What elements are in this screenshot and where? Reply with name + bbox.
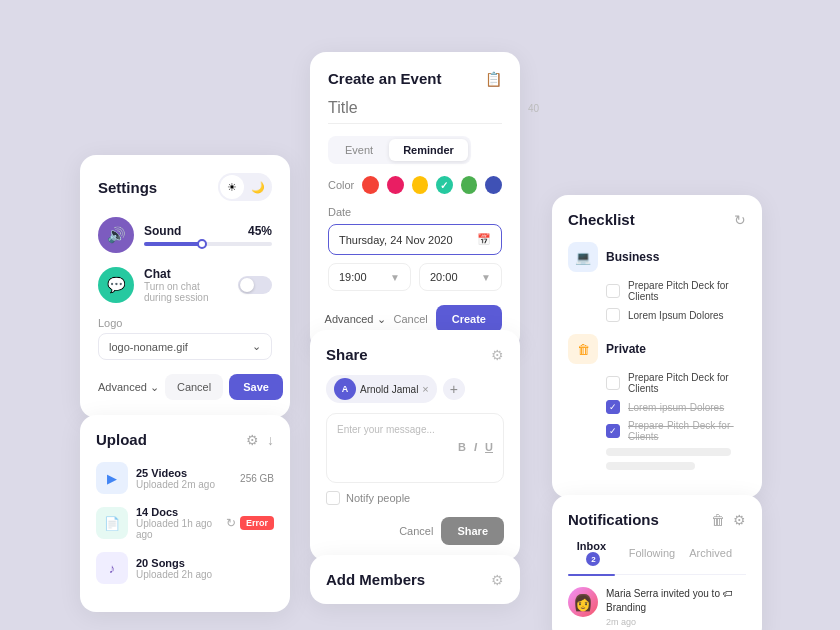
add-members-card: Add Members ⚙ xyxy=(310,555,520,604)
slider-fill xyxy=(144,242,202,246)
doc-file-icon: 📄 xyxy=(96,507,128,539)
music-file-icon: ♪ xyxy=(96,552,128,584)
notifications-title: Notifications xyxy=(568,511,659,528)
inbox-tab[interactable]: Inbox 2 xyxy=(568,540,615,574)
calendar-icon: 📋 xyxy=(485,71,502,87)
calendar-icon: 📅 xyxy=(477,233,491,246)
event-tab-group: Event Reminder xyxy=(328,136,471,164)
color-indigo[interactable] xyxy=(485,176,502,194)
share-cancel-button[interactable]: Cancel xyxy=(399,517,433,545)
settings-icon[interactable]: ⚙ xyxy=(733,512,746,528)
checkbox-2[interactable] xyxy=(606,308,620,322)
upload-header: Upload ⚙ ↓ xyxy=(96,431,274,448)
checklist-card: Checklist ↻ 💻 Business Prepare Pitch Dec… xyxy=(552,195,762,498)
add-recipient-button[interactable]: + xyxy=(443,378,465,400)
create-event-header: Create an Event 📋 xyxy=(328,70,502,87)
settings-card: Settings ☀ 🌙 🔊 Sound 45% 💬 Chat Turn xyxy=(80,155,290,418)
logo-label: Logo xyxy=(98,317,272,329)
time-start-select[interactable]: 19:00 ▼ xyxy=(328,263,411,291)
share-header: Share ⚙ xyxy=(326,346,504,363)
checklist-item: Prepare Pitch Deck for Clients xyxy=(606,372,746,394)
business-name: Business xyxy=(606,250,659,264)
dark-theme-btn[interactable]: 🌙 xyxy=(246,175,270,199)
message-toolbar: B I U xyxy=(337,441,493,453)
color-pink[interactable] xyxy=(387,176,404,194)
check-text-5: Prepare-Pitch-Deck-for-Clients xyxy=(628,420,746,442)
color-teal[interactable] xyxy=(436,176,453,194)
checkbox-1[interactable] xyxy=(606,284,620,298)
event-create-button[interactable]: Create xyxy=(436,305,502,333)
checklist-item: Lorem Ipsum Dolores xyxy=(606,308,746,322)
settings-icon: ⚙ xyxy=(491,572,504,588)
checklist-business-section: 💻 Business Prepare Pitch Deck for Client… xyxy=(568,242,746,322)
placeholder-line xyxy=(606,448,731,456)
reminder-tab[interactable]: Reminder xyxy=(389,139,468,161)
chat-label-row: Chat xyxy=(144,267,228,281)
upload-item: 📄 14 Docs Uploaded 1h ago ago ↻ Error xyxy=(96,506,274,540)
light-theme-btn[interactable]: ☀ xyxy=(220,175,244,199)
archived-tab[interactable]: Archived xyxy=(689,540,732,574)
check-text-2: Lorem Ipsum Dolores xyxy=(628,310,724,321)
refresh-icon[interactable]: ↻ xyxy=(734,212,746,228)
message-area[interactable]: Enter your message... B I U xyxy=(326,413,504,483)
video-size: 256 GB xyxy=(240,473,274,484)
color-green[interactable] xyxy=(461,176,478,194)
error-badge: Error xyxy=(240,516,274,530)
refresh-icon[interactable]: ↻ xyxy=(226,516,236,530)
slider-thumb xyxy=(197,239,207,249)
chevron-down-icon: ▼ xyxy=(390,272,400,283)
color-yellow[interactable] xyxy=(412,176,429,194)
date-input[interactable]: Thursday, 24 Nov 2020 📅 xyxy=(328,224,502,255)
download-icon[interactable]: ↓ xyxy=(267,432,274,448)
notify-checkbox[interactable] xyxy=(326,491,340,505)
event-advanced-button[interactable]: Advanced ⌄ xyxy=(325,313,386,326)
notifications-tabs: Inbox 2 Following Archived xyxy=(568,540,746,575)
time-end-select[interactable]: 20:00 ▼ xyxy=(419,263,502,291)
toggle-knob xyxy=(240,278,254,292)
color-row: Color xyxy=(328,176,502,194)
notify-label: Notify people xyxy=(346,492,410,504)
event-title-input[interactable] xyxy=(328,99,528,117)
checkbox-3[interactable] xyxy=(606,376,620,390)
settings-footer: Advanced ⌄ Cancel Save xyxy=(98,374,272,400)
sound-row: 🔊 Sound 45% xyxy=(98,217,272,253)
event-tab[interactable]: Event xyxy=(331,139,387,161)
italic-button[interactable]: I xyxy=(474,441,477,453)
color-red[interactable] xyxy=(362,176,379,194)
upload-title: Upload xyxy=(96,431,147,448)
notifications-card: Notifications 🗑 ⚙ Inbox 2 Following Arch… xyxy=(552,495,762,630)
settings-title: Settings xyxy=(98,179,157,196)
chevron-down-icon: ▼ xyxy=(481,272,491,283)
checkbox-5[interactable] xyxy=(606,424,620,438)
check-text-1: Prepare Pitch Deck for Clients xyxy=(628,280,746,302)
private-header: 🗑 Private xyxy=(568,334,746,364)
following-tab[interactable]: Following xyxy=(629,540,675,574)
checklist-item: Prepare Pitch Deck for Clients xyxy=(606,280,746,302)
remove-recipient-button[interactable]: × xyxy=(422,384,428,395)
check-text-4: Lorem-ipsum-Dolores xyxy=(628,402,724,413)
chat-icon: 💬 xyxy=(98,267,134,303)
checkbox-4[interactable] xyxy=(606,400,620,414)
filter-icon: ⚙ xyxy=(491,347,504,363)
chat-info: Chat Turn on chat during session xyxy=(144,267,228,303)
settings-save-button[interactable]: Save xyxy=(229,374,283,400)
event-cancel-button[interactable]: Cancel xyxy=(394,313,428,325)
underline-button[interactable]: U xyxy=(485,441,493,453)
bold-button[interactable]: B xyxy=(458,441,466,453)
video-file-icon: ▶ xyxy=(96,462,128,494)
notifications-header: Notifications 🗑 ⚙ xyxy=(568,511,746,528)
logo-input[interactable]: logo-noname.gif ⌄ xyxy=(98,333,272,360)
chat-toggle[interactable] xyxy=(238,276,272,294)
advanced-button[interactable]: Advanced ⌄ xyxy=(98,381,159,394)
doc-status: ↻ Error xyxy=(226,516,274,530)
recipient-avatar: A xyxy=(334,378,356,400)
private-name: Private xyxy=(606,342,646,356)
delete-icon[interactable]: 🗑 xyxy=(711,512,725,528)
sound-slider[interactable] xyxy=(144,242,272,246)
video-name: 25 Videos xyxy=(136,467,232,479)
business-header: 💻 Business xyxy=(568,242,746,272)
filter-icon[interactable]: ⚙ xyxy=(246,432,259,448)
share-button[interactable]: Share xyxy=(441,517,504,545)
settings-cancel-button[interactable]: Cancel xyxy=(165,374,223,400)
notification-text: Maria Serra invited you to 🏷 Branding xyxy=(606,587,746,615)
